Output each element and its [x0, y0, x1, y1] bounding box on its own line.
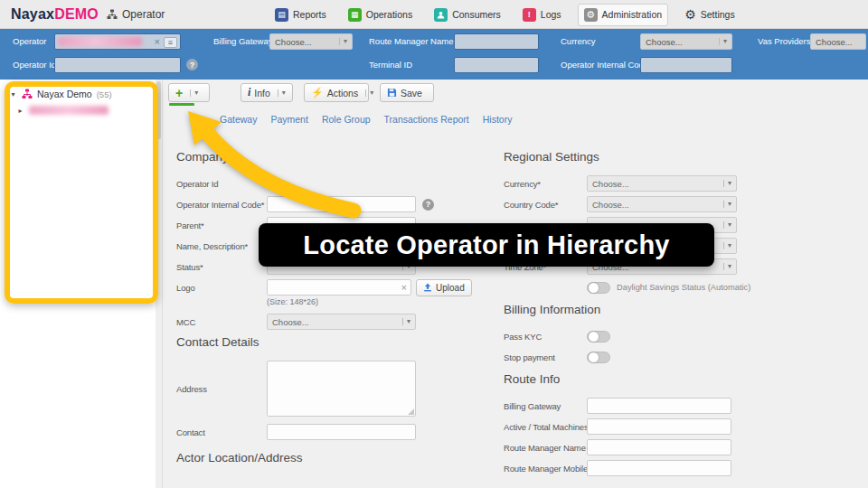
filter-vas-providers-select[interactable]: Choose... — [810, 33, 866, 50]
nayax-logo: NayaxDEMO — [11, 6, 99, 23]
nav-consumers[interactable]: Consumers — [429, 5, 506, 25]
filter-vas-providers-label: Vas Providers — [758, 33, 810, 50]
caret-collapsed-icon[interactable]: ▸ — [16, 107, 24, 115]
company-heading: Company — [176, 150, 484, 164]
nav-logs[interactable]: ! Logs — [517, 5, 567, 25]
filter-currency-select[interactable]: Choose... ▾ — [640, 33, 732, 50]
help-icon[interactable]: ? — [422, 199, 434, 211]
company-column: Company Operator Id Operator Internal Co… — [176, 150, 484, 476]
chevron-down-icon: ▾ — [402, 318, 410, 325]
actor-location-heading: Actor Location/Address — [176, 451, 484, 465]
save-button[interactable]: Save — [380, 83, 434, 102]
daylight-savings-label: Daylight Savings Status (Automatic) — [617, 283, 750, 292]
nav-administration[interactable]: ⚙ Administration — [578, 4, 669, 26]
resize-grip-icon[interactable] — [408, 408, 414, 415]
chevron-down-icon: ▾ — [723, 221, 731, 229]
upload-button[interactable]: Upload — [416, 279, 472, 296]
chevron-down-icon: ▾ — [723, 180, 731, 187]
address-textarea[interactable] — [267, 361, 416, 417]
nav-consumers-label: Consumers — [452, 9, 501, 20]
brand-text: Nayax — [11, 6, 54, 22]
country-code-select[interactable]: Choose... ▾ — [587, 196, 737, 212]
save-button-label: Save — [401, 88, 422, 99]
filter-currency-label: Currency — [561, 33, 596, 50]
active-total-machines-input[interactable] — [587, 418, 731, 435]
route-manager-name-input[interactable] — [587, 439, 731, 455]
caret-expanded-icon[interactable]: ▾ — [9, 90, 17, 99]
clear-operator-icon[interactable]: × — [155, 36, 160, 47]
help-icon[interactable]: ? — [186, 59, 198, 70]
currency-row: Currency* Choose... ▾ — [504, 175, 757, 192]
redacted-operator-value — [58, 37, 142, 46]
filter-operator-input[interactable]: × ≡ — [54, 33, 181, 50]
filter-terminal-id-input[interactable] — [454, 57, 539, 73]
operator-id-row: Operator Id — [176, 175, 484, 192]
stop-payment-row: Stop payment — [504, 349, 757, 365]
actions-button[interactable]: ⚡ Actions ▾ — [304, 83, 369, 102]
module-label: Operator — [122, 8, 165, 21]
tab-payment[interactable]: Payment — [270, 114, 307, 125]
filter-vas-providers-value: Choose... — [816, 37, 853, 47]
mcc-select[interactable]: Choose... ▾ — [267, 314, 416, 330]
nav-operations[interactable]: ▦ Operations — [343, 5, 418, 25]
operator-list-icon[interactable]: ≡ — [164, 37, 177, 48]
reports-icon: ▤ — [275, 8, 288, 22]
contact-input[interactable] — [267, 424, 416, 440]
route-billing-gateway-input[interactable] — [587, 398, 731, 414]
currency-label: Currency* — [504, 179, 587, 189]
internal-code-input[interactable] — [267, 196, 416, 212]
route-billing-gateway-row: Billing Gateway — [504, 398, 757, 414]
tab-transactions-report[interactable]: Transactions Report — [384, 114, 469, 125]
settings-icon: ⚙ — [684, 8, 696, 21]
tree-scrollbar-thumb[interactable] — [156, 81, 161, 139]
annotation-callout-text: Locate Operator in Hierarchy — [303, 230, 669, 260]
stop-payment-toggle[interactable] — [587, 352, 610, 363]
brand-suffix-text: DEMO — [54, 6, 99, 22]
tree-child-item[interactable]: ▸ — [16, 106, 108, 115]
info-icon: i — [248, 86, 250, 99]
nav-operations-label: Operations — [366, 9, 412, 20]
tree-root-count: (55) — [97, 89, 112, 99]
pass-kyc-toggle[interactable] — [587, 331, 610, 343]
filter-route-manager-input[interactable] — [454, 33, 539, 50]
internal-code-row: Operator Internal Code* ? — [176, 196, 484, 212]
hierarchy-icon — [107, 9, 118, 20]
tab-history[interactable]: History — [483, 114, 513, 125]
mcc-row: MCC Choose... ▾ — [176, 314, 484, 330]
address-row: Address — [176, 361, 484, 417]
main-nav: ▤ Reports ▦ Operations Consumers ! Logs … — [269, 3, 741, 26]
filter-operator-id-input[interactable] — [54, 57, 181, 73]
nav-settings[interactable]: ⚙ Settings — [679, 5, 741, 24]
nav-reports[interactable]: ▤ Reports — [269, 5, 332, 25]
operator-tree-panel: ▾ Nayax Demo (55) ▸ — [0, 80, 163, 488]
tree-scrollbar[interactable] — [156, 80, 162, 488]
route-info-heading: Route Info — [504, 372, 757, 387]
nav-reports-label: Reports — [293, 9, 326, 20]
tab-gateway[interactable]: Gateway — [220, 114, 257, 125]
nav-settings-label: Settings — [701, 9, 735, 20]
daylight-savings-toggle[interactable] — [587, 282, 610, 294]
active-total-machines-label: Active / Total Machines — [504, 422, 587, 432]
currency-select[interactable]: Choose... ▾ — [587, 175, 737, 192]
contact-label: Contact — [176, 427, 267, 437]
filter-terminal-id-label: Terminal ID — [369, 57, 412, 73]
filter-currency-value: Choose... — [646, 37, 683, 47]
module-indicator: Operator — [107, 8, 165, 21]
save-floppy-icon — [387, 88, 397, 98]
pass-kyc-row: Pass KYC — [504, 328, 757, 344]
info-button[interactable]: i Info ▾ — [241, 83, 293, 102]
logo-input[interactable]: × — [267, 279, 411, 296]
address-label: Address — [176, 384, 267, 394]
filter-internal-code-input[interactable] — [640, 57, 732, 73]
logo-label: Logo — [176, 283, 267, 293]
plus-icon: + — [175, 87, 183, 99]
add-operator-button[interactable]: + ▾ — [168, 83, 210, 102]
filter-internal-code-label: Operator Internal Code — [561, 57, 648, 73]
tab-role-group[interactable]: Role Group — [322, 114, 371, 125]
chevron-down-icon: ▾ — [723, 263, 731, 270]
route-manager-mobile-input[interactable] — [587, 460, 731, 476]
filter-billing-gateway-select[interactable]: Choose... ▾ — [269, 33, 353, 50]
clear-logo-icon[interactable]: × — [401, 282, 407, 294]
operator-id-label: Operator Id — [176, 179, 267, 189]
tree-root-item[interactable]: ▾ Nayax Demo (55) — [9, 89, 112, 99]
